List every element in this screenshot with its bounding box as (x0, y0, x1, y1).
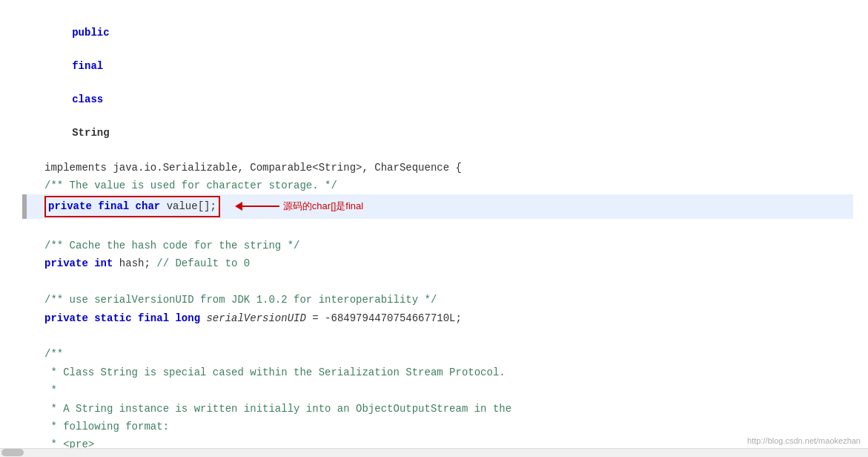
arrow-line (242, 206, 279, 207)
comment-a-string: * A String instance is written initially… (44, 401, 511, 417)
code-line-3: /** The value is used for character stor… (22, 177, 853, 194)
code-area: public final class String implements jav… (7, 7, 868, 457)
code-line-16: * following format: (22, 418, 853, 435)
keyword-private-int: private int (44, 255, 113, 272)
code-line-11 (22, 327, 853, 345)
implements-line: implements java.io.Serializable, Compara… (44, 160, 462, 176)
code-line-5 (22, 219, 853, 237)
code-line-1: public final class String (22, 7, 853, 159)
code-line-14: * (22, 381, 853, 399)
code-line-7: private int hash; // Default to 0 (22, 254, 853, 272)
keyword-public: public (72, 27, 109, 39)
code-line-12: /** (22, 345, 853, 363)
keyword-final: final (72, 60, 103, 72)
code-container: public final class String implements jav… (0, 0, 868, 457)
code-line-9: /** use serialVersionUID from JDK 1.0.2 … (22, 291, 853, 309)
code-line-2: implements java.io.Serializable, Compara… (22, 159, 853, 177)
class-name: String (72, 127, 109, 139)
watermark: http://blog.csdn.net/maokezhan (747, 436, 861, 445)
comment-serial: /** use serialVersionUID from JDK 1.0.2 … (44, 292, 437, 308)
comment-open: /** (44, 346, 63, 362)
horizontal-scrollbar[interactable] (0, 448, 868, 457)
annotation-text: 源码的char[]是final (283, 199, 363, 214)
code-line-10: private static final long serialVersionU… (22, 309, 853, 327)
code-line-8 (22, 273, 853, 291)
comment-following: * following format: (44, 418, 169, 435)
arrow-head-left (235, 202, 242, 211)
serial-uid-name: serialVersionUID (200, 310, 306, 326)
highlighted-code-box: private final char value[]; (44, 196, 220, 217)
keyword-class: class (72, 93, 103, 105)
comment-value: /** The value is used for character stor… (44, 177, 337, 194)
comment-default: // Default to 0 (156, 255, 250, 272)
scrollbar-thumb[interactable] (1, 449, 24, 456)
comment-class-string: * Class String is special cased within t… (44, 364, 506, 381)
code-line-13: * Class String is special cased within t… (22, 364, 853, 381)
comment-hash: /** Cache the hash code for the string *… (44, 237, 299, 254)
code-line-15: * A String instance is written initially… (22, 400, 853, 418)
highlighted-line: private final char value[]; 源码的char[]是fi… (22, 194, 853, 218)
keyword-private-final: private final char (48, 200, 160, 212)
comment-star1: * (44, 382, 57, 398)
keyword-static-final: private static final long (44, 310, 200, 326)
left-indicator (22, 194, 27, 218)
value-declaration: value[]; (167, 200, 216, 212)
annotation-container: 源码的char[]是final (235, 199, 363, 214)
code-line-6: /** Cache the hash code for the string *… (22, 237, 853, 254)
